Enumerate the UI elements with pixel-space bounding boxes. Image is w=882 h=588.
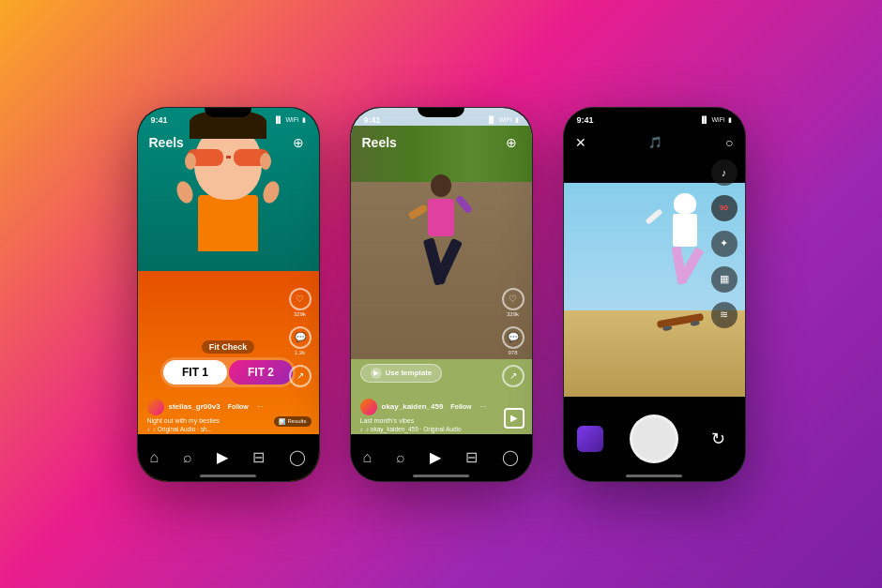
like-count-1: 329k	[294, 311, 306, 317]
wifi-icon-1: WiFi	[286, 116, 299, 123]
reels-title-2: Reels	[362, 135, 397, 150]
skater-body	[673, 214, 697, 247]
phone-1: 9:41 ▐▌ WiFi ▮ Reels ⊕ Fit Check FIT 1 F…	[137, 107, 320, 482]
camera-icon-1[interactable]: ⊕	[289, 133, 308, 152]
like-item-1: ♡ 329k	[289, 288, 312, 317]
close-icon[interactable]: ✕	[575, 135, 586, 150]
music-btn[interactable]: ♪	[711, 159, 738, 186]
share-item-2: ↗	[502, 365, 525, 387]
fit-check-label: Fit Check	[202, 340, 255, 354]
caption-2: Last month's vibes	[360, 417, 489, 424]
audio-text-2: ♪ okay_kaiden_459 · Original Audio	[366, 426, 462, 432]
wifi-icon-3: WiFi	[712, 116, 725, 123]
use-template-label: Use template	[386, 369, 433, 377]
home-indicator-3	[626, 475, 682, 477]
heart-icon-2[interactable]: ♡	[502, 288, 525, 310]
side-icons-1: ♡ 329k 💬 1.3k ↗	[289, 288, 312, 387]
username-2: okay_kaiden_459	[382, 402, 444, 411]
dots-menu-2[interactable]: ···	[480, 402, 487, 411]
nav-home-1[interactable]: ⌂	[150, 449, 160, 466]
time-2: 9:41	[364, 115, 381, 125]
comment-count-2: 978	[508, 350, 517, 355]
comment-count-1: 1.3k	[295, 350, 305, 355]
comment-item-1: 💬 1.3k	[289, 326, 312, 355]
camera-icon-2[interactable]: ⊕	[502, 133, 521, 152]
signal-icon-1: ▐▌	[274, 116, 283, 123]
reels-title-1: Reels	[149, 135, 184, 150]
comment-icon-2[interactable]: 💬	[502, 326, 525, 349]
dancer-upper	[408, 199, 474, 236]
effects-btn[interactable]: ✦	[711, 231, 738, 257]
phone-2: 9:41 ▐▌ WiFi ▮ Reels ⊕ ♡ 329k 💬 978 ↗	[350, 107, 533, 482]
phone-3: ✕ 🎵 ○ 9:41 ▐▌ WiFi ▮ ♪ 90 ✦ ▦ ≋ ↻	[563, 107, 746, 482]
arm-right	[455, 195, 474, 215]
home-indicator-2	[413, 475, 469, 477]
share-icon-2[interactable]: ↗	[502, 365, 525, 387]
gallery-thumb[interactable]	[577, 426, 603, 452]
home-indicator-1	[200, 475, 256, 477]
fit-btn-2[interactable]: FIT 2	[229, 360, 293, 384]
layout-btn[interactable]: ▦	[711, 266, 738, 293]
signal-icon-2: ▐▌	[487, 116, 496, 123]
camera-bottom: ↻	[564, 397, 745, 481]
like-count-2: 329k	[507, 311, 519, 317]
dancer-head	[431, 174, 451, 197]
arm-left	[407, 204, 428, 219]
nav-home-2[interactable]: ⌂	[363, 449, 373, 466]
audio-mute-icon[interactable]: 🎵	[648, 136, 662, 149]
nav-reels-2[interactable]: ▶	[430, 448, 441, 466]
battery-icon-2: ▮	[515, 116, 519, 124]
dancer-legs	[408, 238, 474, 285]
nav-profile-1[interactable]: ◯	[289, 448, 306, 466]
follow-btn-1[interactable]: Follow	[228, 403, 249, 410]
username-1: stellas_gr00v3	[169, 402, 220, 411]
audio-row-2: ♪ ♪ okay_kaiden_459 · Original Audio	[360, 426, 489, 432]
nav-shop-2[interactable]: ⊟	[465, 448, 478, 466]
nav-search-2[interactable]: ⌕	[396, 449, 405, 466]
settings-circle-icon[interactable]: ○	[725, 135, 733, 150]
flip-camera-btn[interactable]: ↻	[705, 426, 731, 452]
avatar-2	[360, 399, 377, 415]
notch-2	[418, 108, 464, 117]
shutter-btn[interactable]	[630, 415, 678, 463]
wifi-icon-2: WiFi	[499, 116, 512, 123]
music-icon-2: ♪	[360, 426, 363, 432]
nav-shop-1[interactable]: ⊟	[252, 448, 265, 466]
dancer-torso	[428, 199, 454, 236]
bottom-info-2: okay_kaiden_459 Follow ··· Last month's …	[351, 399, 498, 432]
skater-head	[674, 193, 696, 214]
follow-btn-2[interactable]: Follow	[450, 403, 471, 410]
speed-btn[interactable]: ≋	[711, 302, 738, 328]
use-template-btn[interactable]: ▶ Use template	[360, 364, 443, 383]
top-bar-2: Reels ⊕	[351, 128, 532, 157]
status-icons-2: ▐▌ WiFi ▮	[487, 116, 519, 124]
nav-search-1[interactable]: ⌕	[183, 449, 192, 466]
status-icons-1: ▐▌ WiFi ▮	[274, 116, 306, 124]
notch-1	[205, 108, 251, 117]
battery-icon-3: ▮	[728, 116, 732, 124]
audio-text-1: ♪ Original Audio · sh...	[153, 426, 212, 432]
results-label: Results	[287, 418, 306, 424]
jacket	[198, 195, 258, 251]
battery-icon-1: ▮	[302, 116, 306, 124]
side-icons-2: ♡ 329k 💬 978 ↗	[502, 288, 525, 387]
audio-row-1: ♪ ♪ Original Audio · sh...	[147, 426, 276, 432]
avatar-1	[147, 399, 164, 415]
heart-icon-1[interactable]: ♡	[289, 288, 312, 310]
caption-1: Night out with my besties	[147, 417, 276, 424]
nav-reels-1[interactable]: ▶	[217, 448, 228, 466]
share-icon-1[interactable]: ↗	[289, 365, 312, 387]
time-3: 9:41	[577, 115, 594, 125]
time-1: 9:41	[151, 115, 168, 125]
music-icon-1: ♪	[147, 426, 150, 432]
notch-3	[631, 108, 677, 117]
fit-buttons: FIT 1 FIT 2	[160, 357, 296, 387]
timer-90-btn[interactable]: 90	[711, 195, 738, 221]
comment-icon-1[interactable]: 💬	[289, 326, 312, 349]
like-item-2: ♡ 329k	[502, 288, 525, 317]
dots-menu-1[interactable]: ···	[257, 402, 264, 411]
camera-controls: ♪ 90 ✦ ▦ ≋	[711, 159, 738, 328]
nav-profile-2[interactable]: ◯	[502, 448, 519, 466]
fit-btn-1[interactable]: FIT 1	[163, 360, 227, 384]
reel-icon-2: ▶	[504, 408, 525, 429]
